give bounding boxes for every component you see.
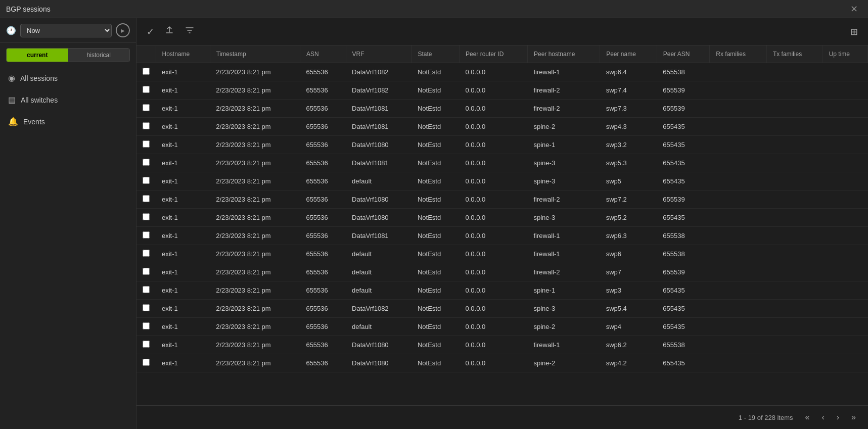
row-select-cell [136,354,156,372]
col-peer-name[interactable]: Peer name [600,45,657,63]
row-select-cell [136,136,156,154]
cell-rx-families [710,336,767,354]
row-checkbox[interactable] [143,286,150,293]
col-hostname[interactable]: Hostname [156,45,210,63]
sidebar-item-events[interactable]: 🔔 Events [0,111,136,132]
cell-peer-name: swp3 [600,281,657,300]
cell-vrf: DataVrf1080 [346,336,412,354]
cell-peer-name: swp6.4 [600,63,657,81]
row-select-cell [136,154,156,172]
col-peer-hostname[interactable]: Peer hostname [528,45,600,63]
cell-state: NotEstd [412,263,460,281]
cell-vrf: DataVrf1080 [346,190,412,209]
col-peer-router-id[interactable]: Peer router ID [459,45,527,63]
table-row: exit-1 2/23/2023 8:21 pm 655536 default … [136,245,868,263]
row-checkbox[interactable] [143,304,150,311]
cell-hostname: exit-1 [156,209,210,227]
col-timestamp[interactable]: Timestamp [210,45,300,63]
col-up-time[interactable]: Up time [823,45,867,63]
content-area: ✓ ⊞ [136,18,868,429]
filter-button[interactable] [182,23,197,40]
play-button[interactable]: ▶ [116,23,130,37]
sidebar-item-all-switches[interactable]: ▤ All switches [0,89,136,111]
row-checkbox[interactable] [143,104,150,111]
columns-button[interactable]: ⊞ [848,24,860,39]
cell-hostname: exit-1 [156,63,210,81]
cell-timestamp: 2/23/2023 8:21 pm [210,263,300,281]
close-button[interactable]: ✕ [846,2,862,17]
export-button[interactable] [162,23,176,40]
cell-peer-name: swp7.4 [600,81,657,100]
sidebar-item-all-sessions[interactable]: ◉ All sessions [0,67,136,89]
row-checkbox[interactable] [143,250,150,257]
sidebar: 🕐 Now Last 1 hour Last 24 hours ▶ curren… [0,18,136,429]
tab-current[interactable]: current [7,49,68,62]
cell-rx-families [710,190,767,209]
pagination: 1 - 19 of 228 items « ‹ › » [136,405,868,429]
cell-rx-families [710,300,767,318]
row-checkbox[interactable] [143,213,150,220]
cell-up-time [823,300,867,318]
row-checkbox[interactable] [143,359,150,366]
table-row: exit-1 2/23/2023 8:21 pm 655536 DataVrf1… [136,100,868,118]
cell-peer-asn: 655539 [657,263,710,281]
cell-peer-router-id: 0.0.0.0 [459,300,527,318]
cell-asn: 655536 [300,336,346,354]
col-asn[interactable]: ASN [300,45,346,63]
cell-up-time [823,281,867,300]
next-page-button[interactable]: › [833,411,843,424]
cell-rx-families [710,227,767,245]
check-button[interactable]: ✓ [145,24,156,39]
table-header-row: Hostname Timestamp ASN VRF State Peer ro… [136,45,868,63]
cell-hostname: exit-1 [156,227,210,245]
table-row: exit-1 2/23/2023 8:21 pm 655536 DataVrf1… [136,336,868,354]
last-page-button[interactable]: » [847,411,860,424]
row-checkbox[interactable] [143,231,150,239]
cell-up-time [823,190,867,209]
row-checkbox[interactable] [143,268,150,275]
cell-state: NotEstd [412,100,460,118]
cell-timestamp: 2/23/2023 8:21 pm [210,281,300,300]
cell-vrf: default [346,281,412,300]
cell-peer-asn: 655435 [657,354,710,372]
cell-peer-name: swp5.4 [600,300,657,318]
row-checkbox[interactable] [143,140,150,148]
row-checkbox[interactable] [143,159,150,166]
row-checkbox[interactable] [143,195,150,202]
time-selector[interactable]: Now Last 1 hour Last 24 hours [20,24,112,37]
cell-tx-families [766,118,823,136]
cell-peer-name: swp5.3 [600,154,657,172]
col-state[interactable]: State [412,45,460,63]
row-checkbox[interactable] [143,122,150,129]
row-checkbox[interactable] [143,341,150,348]
col-peer-asn[interactable]: Peer ASN [657,45,710,63]
cell-asn: 655536 [300,245,346,263]
col-rx-families[interactable]: Rx families [710,45,767,63]
cell-hostname: exit-1 [156,281,210,300]
table-wrapper[interactable]: Hostname Timestamp ASN VRF State Peer ro… [136,45,868,405]
col-tx-families[interactable]: Tx families [766,45,823,63]
col-vrf[interactable]: VRF [346,45,412,63]
cell-timestamp: 2/23/2023 8:21 pm [210,118,300,136]
row-checkbox[interactable] [143,177,150,184]
table-row: exit-1 2/23/2023 8:21 pm 655536 DataVrf1… [136,118,868,136]
cell-tx-families [766,63,823,81]
tab-historical[interactable]: historical [68,49,130,62]
cell-asn: 655536 [300,263,346,281]
cell-vrf: DataVrf1080 [346,209,412,227]
cell-peer-hostname: spine-2 [528,354,600,372]
first-page-button[interactable]: « [801,411,814,424]
cell-vrf: DataVrf1081 [346,100,412,118]
cell-hostname: exit-1 [156,300,210,318]
col-select [136,45,156,63]
cell-tx-families [766,318,823,336]
prev-page-button[interactable]: ‹ [817,411,828,424]
row-checkbox[interactable] [143,86,150,93]
cell-timestamp: 2/23/2023 8:21 pm [210,318,300,336]
cell-asn: 655536 [300,318,346,336]
row-checkbox[interactable] [143,68,150,75]
cell-peer-router-id: 0.0.0.0 [459,209,527,227]
row-checkbox[interactable] [143,322,150,329]
cell-peer-hostname: spine-2 [528,318,600,336]
cell-peer-asn: 655539 [657,100,710,118]
